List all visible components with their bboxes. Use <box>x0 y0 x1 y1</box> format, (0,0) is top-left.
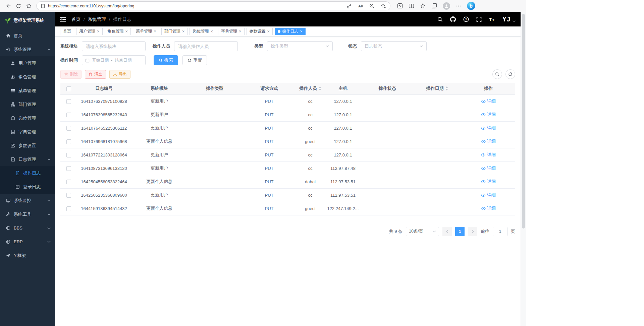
breadcrumb-item[interactable]: 首页 <box>71 16 80 22</box>
column-header-operation-date[interactable]: 操作日期 <box>413 83 462 94</box>
profile-avatar[interactable] <box>443 2 450 10</box>
row-checkbox[interactable] <box>66 113 71 117</box>
font-size-icon[interactable]: TT <box>489 17 495 22</box>
fullscreen-icon[interactable] <box>476 17 482 22</box>
detail-link[interactable]: 详细 <box>481 152 496 158</box>
scrollbar-thumb[interactable] <box>522 14 525 229</box>
sidebar-item-menu-management[interactable]: 菜单管理 <box>0 84 55 97</box>
password-key-icon[interactable] <box>346 3 352 9</box>
sidebar-item-system-tools[interactable]: 系统工具 <box>0 207 55 221</box>
sidebar-item-param-settings[interactable]: 参数设置 <box>0 139 55 152</box>
export-button[interactable]: 导出 <box>109 70 130 79</box>
close-icon[interactable]: × <box>210 29 213 34</box>
tab-user-management[interactable]: 用户管理× <box>76 28 103 35</box>
detail-link[interactable]: 详细 <box>481 192 496 198</box>
close-icon[interactable]: × <box>182 29 185 34</box>
close-icon[interactable]: × <box>267 29 270 34</box>
sidebar-item-user-management[interactable]: 用户管理 <box>0 56 55 70</box>
sidebar-item-erp[interactable]: ERP <box>0 235 55 249</box>
split-screen-icon[interactable] <box>409 3 414 9</box>
goto-page-input[interactable] <box>493 227 507 236</box>
add-favorite-icon[interactable] <box>381 3 386 9</box>
user-avatar-logo[interactable]: YJ <box>502 16 516 22</box>
tab-param-settings[interactable]: 参数设置× <box>247 28 273 35</box>
tab-post-management[interactable]: 岗位管理× <box>190 28 216 35</box>
bing-icon[interactable]: b <box>467 2 475 10</box>
date-range-picker[interactable]: 开始日期 - 结束日期 <box>82 55 146 65</box>
delete-button[interactable]: 删除 <box>60 70 82 79</box>
select-all-checkbox[interactable] <box>66 86 71 91</box>
page-info-icon[interactable] <box>41 4 45 8</box>
sidebar-item-role-management[interactable]: 角色管理 <box>0 70 55 84</box>
detail-link[interactable]: 详细 <box>481 98 496 104</box>
collapse-sidebar-icon[interactable] <box>60 17 66 22</box>
row-checkbox[interactable] <box>66 193 71 198</box>
detail-link[interactable]: 详细 <box>481 112 496 118</box>
refresh-button[interactable] <box>13 1 23 11</box>
page-number-button[interactable]: 1 <box>455 227 465 236</box>
collections-icon[interactable] <box>431 3 437 9</box>
tab-home[interactable]: 首页 <box>60 28 74 35</box>
refresh-table-button[interactable] <box>505 69 515 79</box>
detail-link[interactable]: 详细 <box>481 165 496 171</box>
operator-input[interactable] <box>174 41 238 51</box>
close-icon[interactable]: × <box>239 29 241 34</box>
sidebar-item-dict-management[interactable]: 字典管理 <box>0 125 55 139</box>
sidebar-item-dept-management[interactable]: 部门管理 <box>0 97 55 111</box>
github-icon[interactable] <box>450 16 456 22</box>
tab-role-management[interactable]: 角色管理× <box>105 28 131 35</box>
prev-page-button[interactable] <box>442 227 452 236</box>
row-checkbox[interactable] <box>66 166 71 171</box>
type-select[interactable]: 操作类型 <box>267 41 333 51</box>
row-checkbox[interactable] <box>66 206 71 211</box>
url-text[interactable]: https://ccnetcore.com:1101/system/log/op… <box>48 4 135 8</box>
row-checkbox[interactable] <box>66 139 71 144</box>
sidebar-item-system-monitor[interactable]: 系统监控 <box>0 194 55 207</box>
sidebar-item-yi-framework[interactable]: Yi框架 <box>0 249 55 262</box>
sort-icon[interactable] <box>319 86 321 90</box>
close-icon[interactable]: × <box>154 29 156 34</box>
app-logo[interactable]: 意框架管理系统 <box>0 12 55 29</box>
address-bar[interactable]: https://ccnetcore.com:1101/system/log/op… <box>36 1 390 10</box>
detail-link[interactable]: 详细 <box>481 138 496 144</box>
detail-link[interactable]: 详细 <box>481 125 496 131</box>
close-icon[interactable]: × <box>125 29 128 34</box>
row-checkbox[interactable] <box>66 180 71 184</box>
back-button[interactable] <box>3 1 13 11</box>
sidebar-item-operation-log[interactable]: 操作日志 <box>0 166 55 180</box>
home-button[interactable] <box>23 1 34 11</box>
sidebar-item-log-management[interactable]: 日志管理 <box>0 152 55 166</box>
search-button[interactable]: 搜索 <box>154 55 178 65</box>
read-aloud-icon[interactable]: A <box>358 3 363 9</box>
sidebar-item-bbs[interactable]: BBS <box>0 221 55 235</box>
page-size-select[interactable]: 10条/页 <box>406 227 439 236</box>
search-icon[interactable] <box>437 17 443 22</box>
reset-button[interactable]: 重置 <box>182 55 207 65</box>
tab-operation-log[interactable]: 操作日志× <box>275 28 306 35</box>
sort-icon[interactable] <box>445 86 448 90</box>
toggle-search-button[interactable] <box>492 69 502 79</box>
row-checkbox[interactable] <box>66 99 71 104</box>
breadcrumb-item[interactable]: 系统管理 <box>88 16 106 22</box>
sidebar-item-login-log[interactable]: 登录日志 <box>0 180 55 194</box>
status-select[interactable]: 日志状态 <box>361 41 427 51</box>
favorites-icon[interactable] <box>420 3 426 9</box>
module-input[interactable] <box>82 41 146 51</box>
sidebar-item-post-management[interactable]: 岗位管理 <box>0 111 55 125</box>
row-checkbox[interactable] <box>66 153 71 157</box>
clear-button[interactable]: 清空 <box>85 70 106 79</box>
close-icon[interactable]: × <box>300 29 303 34</box>
tab-menu-management[interactable]: 菜单管理× <box>133 28 159 35</box>
detail-link[interactable]: 详细 <box>481 179 496 185</box>
row-checkbox[interactable] <box>66 126 71 131</box>
help-icon[interactable]: ? <box>463 16 469 22</box>
zoom-out-icon[interactable] <box>369 3 375 9</box>
detail-link[interactable]: 详细 <box>481 205 496 211</box>
sidebar-item-system-management[interactable]: 系统管理 <box>0 43 55 56</box>
sidebar-item-home[interactable]: 首页 <box>0 29 55 43</box>
column-header-operator[interactable]: 操作人员 <box>297 83 324 94</box>
next-page-button[interactable] <box>468 227 477 236</box>
tab-dept-management[interactable]: 部门管理× <box>161 28 188 35</box>
page-scrollbar[interactable] <box>521 12 526 326</box>
browser-essentials-icon[interactable] <box>397 3 403 9</box>
